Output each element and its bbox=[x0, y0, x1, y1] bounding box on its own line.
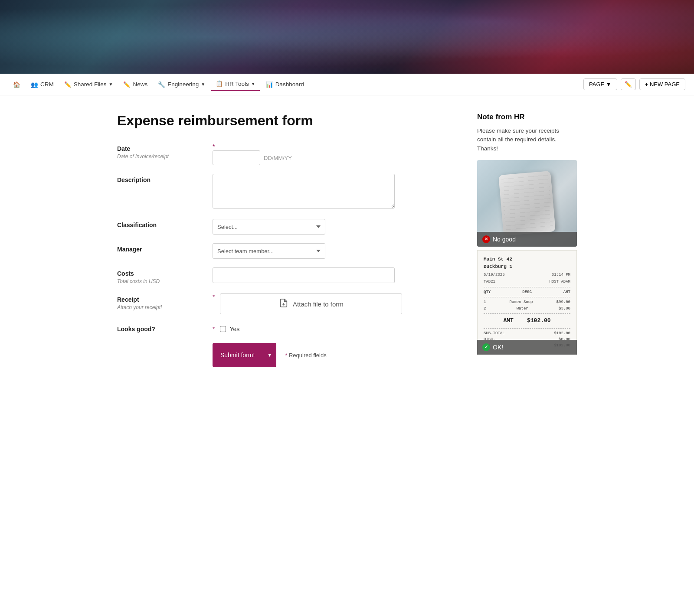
nav-news[interactable]: ✏️ News bbox=[119, 78, 152, 91]
receipt-total: AMT $102.00 bbox=[484, 316, 570, 326]
classification-select[interactable]: Select... bbox=[213, 219, 325, 235]
note-title: Note from HR bbox=[477, 113, 577, 121]
home-icon: 🏠 bbox=[13, 81, 20, 88]
receipt-label: Receipt bbox=[117, 296, 204, 303]
note-text: Please make sure your receipts contain a… bbox=[477, 127, 577, 153]
nav-shared-files[interactable]: ✏️ Shared Files ▼ bbox=[60, 78, 118, 91]
edit-icon: ✏️ bbox=[625, 81, 632, 88]
receipt-document: Main St 42 Duckburg 1 5/19/2025 01:14 PM… bbox=[477, 250, 577, 355]
form-row-description: Description bbox=[117, 174, 451, 210]
receipt-date: 5/19/2025 bbox=[484, 272, 505, 278]
form-row-classification: Classification Select... bbox=[117, 219, 451, 235]
nav-news-label: News bbox=[133, 81, 147, 88]
costs-input[interactable] bbox=[213, 267, 395, 283]
receipt-time: 01:14 PM bbox=[552, 272, 570, 278]
receipt-headers: QTYDESCAMT bbox=[484, 289, 570, 295]
nav-crm-label: CRM bbox=[40, 81, 54, 88]
attach-file-label: Attach file to form bbox=[293, 300, 344, 308]
note-box: Note from HR Please make sure your recei… bbox=[477, 113, 577, 355]
check-icon: ✓ bbox=[482, 343, 490, 351]
nav-home[interactable]: 🏠 bbox=[9, 78, 25, 91]
attach-icon bbox=[279, 298, 288, 310]
receipt-item-1: 1Ramen Soup$99.00 bbox=[484, 299, 570, 305]
ok-label: OK! bbox=[493, 344, 503, 351]
looks-good-required-star: * bbox=[213, 326, 215, 332]
engineering-icon: 🔧 bbox=[158, 81, 165, 88]
looks-good-label: Looks good? bbox=[117, 326, 204, 332]
news-icon: ✏️ bbox=[123, 81, 131, 88]
submit-row: Submit form! ▼ * Required fields bbox=[213, 343, 451, 367]
yes-checkbox-row[interactable]: Yes bbox=[220, 326, 239, 332]
attach-file-button[interactable]: Attach file to form bbox=[220, 293, 402, 314]
hr-tools-icon: 📋 bbox=[216, 80, 223, 87]
yes-checkbox[interactable] bbox=[220, 326, 226, 332]
chevron-down-icon-2: ▼ bbox=[201, 82, 205, 87]
nav-hr-tools-label: HR Tools bbox=[225, 81, 249, 87]
manager-label: Manager bbox=[117, 246, 204, 253]
nav-engineering-label: Engineering bbox=[167, 81, 199, 88]
receipt-image-bad: ✕ No good bbox=[477, 160, 577, 247]
page-title: Expense reimbursement form bbox=[117, 113, 451, 129]
edit-button[interactable]: ✏️ bbox=[621, 78, 636, 90]
manager-select[interactable]: Select team member... bbox=[213, 243, 325, 259]
sidebar: Note from HR Please make sure your recei… bbox=[477, 113, 577, 367]
receipt-sublabel: Attach your receipt! bbox=[117, 304, 162, 310]
date-sublabel: Date of invoice/receipt bbox=[117, 153, 169, 160]
date-label: Date bbox=[117, 145, 204, 152]
date-required-star: * bbox=[213, 143, 215, 150]
crm-icon: 👥 bbox=[31, 81, 38, 88]
date-format-hint: DD/MM/YY bbox=[264, 155, 292, 161]
crumpled-paper bbox=[498, 171, 556, 236]
nav-engineering[interactable]: 🔧 Engineering ▼ bbox=[154, 78, 210, 91]
no-good-overlay: ✕ No good bbox=[477, 232, 577, 247]
receipt-address: Main St 42 Duckburg 1 bbox=[484, 256, 570, 271]
ok-overlay: ✓ OK! bbox=[477, 340, 577, 355]
nav-hr-tools[interactable]: 📋 HR Tools ▼ bbox=[211, 78, 259, 91]
submit-arrow-icon[interactable]: ▼ bbox=[263, 348, 276, 362]
main-content: Expense reimbursement form Date Date of … bbox=[100, 95, 594, 393]
x-icon: ✕ bbox=[482, 235, 490, 243]
nav-dashboard[interactable]: 📊 Dashboard bbox=[262, 78, 308, 91]
page-button[interactable]: PAGE ▼ bbox=[583, 78, 617, 90]
nav-crm[interactable]: 👥 CRM bbox=[26, 78, 58, 91]
receipt-tab: TAB21 bbox=[484, 279, 495, 285]
main-nav: 🏠 👥 CRM ✏️ Shared Files ▼ ✏️ News 🔧 Engi… bbox=[0, 74, 694, 95]
dashboard-icon: 📊 bbox=[266, 81, 273, 88]
shared-files-icon: ✏️ bbox=[64, 81, 72, 88]
submit-button[interactable]: Submit form! ▼ bbox=[213, 343, 276, 367]
form-row-looks-good: Looks good? * Yes bbox=[117, 323, 451, 332]
date-input[interactable] bbox=[213, 150, 260, 165]
costs-label: Costs bbox=[117, 270, 204, 277]
chevron-down-icon: ▼ bbox=[109, 82, 113, 87]
submit-label: Submit form! bbox=[213, 347, 262, 363]
yes-label: Yes bbox=[229, 326, 239, 332]
receipt-required-star: * bbox=[213, 293, 215, 300]
hero-banner bbox=[0, 0, 694, 74]
form-section: Expense reimbursement form Date Date of … bbox=[117, 113, 451, 367]
description-textarea[interactable] bbox=[213, 174, 395, 209]
nav-shared-files-label: Shared Files bbox=[74, 81, 107, 88]
receipt-item-2: 2Water$3.00 bbox=[484, 306, 570, 312]
form-row-manager: Manager Select team member... bbox=[117, 243, 451, 259]
form-row-receipt: Receipt Attach your receipt! * Attach fi… bbox=[117, 293, 451, 314]
chevron-down-icon-3: ▼ bbox=[251, 81, 255, 86]
description-label: Description bbox=[117, 176, 204, 183]
costs-sublabel: Total costs in USD bbox=[117, 278, 160, 284]
form-row-date: Date Date of invoice/receipt * DD/MM/YY bbox=[117, 143, 451, 165]
new-page-button[interactable]: + NEW PAGE bbox=[639, 78, 685, 90]
nav-dashboard-label: Dashboard bbox=[275, 81, 304, 88]
form-row-costs: Costs Total costs in USD bbox=[117, 267, 451, 285]
no-good-label: No good bbox=[493, 236, 516, 243]
receipt-subtotal: SUB-TOTAL$102.00 bbox=[484, 330, 570, 336]
required-fields-note: * Required fields bbox=[285, 352, 326, 359]
classification-label: Classification bbox=[117, 222, 204, 228]
receipt-image-good: Main St 42 Duckburg 1 5/19/2025 01:14 PM… bbox=[477, 250, 577, 355]
receipt-host: HOST ADAM bbox=[549, 279, 570, 285]
